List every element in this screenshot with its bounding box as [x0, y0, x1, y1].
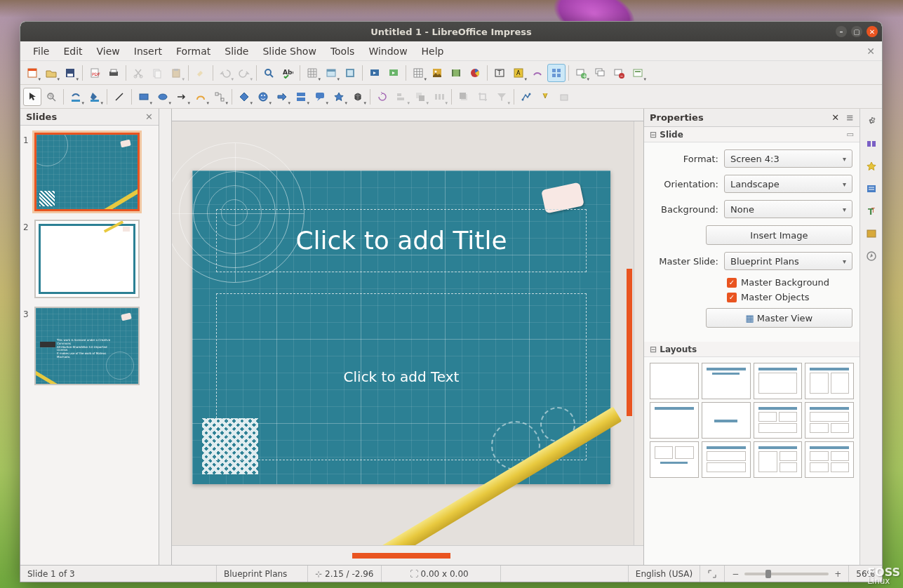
callout-tool[interactable] — [311, 88, 329, 106]
tab-gallery-icon[interactable] — [863, 225, 880, 242]
spellcheck-button[interactable]: Abc — [279, 64, 297, 82]
background-select[interactable]: None — [724, 200, 852, 218]
display-views-button[interactable] — [322, 64, 340, 82]
slide-thumb-3[interactable]: This work is licensed under a Creative C… — [34, 307, 140, 385]
export-pdf-button[interactable]: PDF — [86, 64, 104, 82]
print-button[interactable] — [105, 64, 123, 82]
undo-button[interactable] — [216, 64, 234, 82]
tab-styles-icon[interactable]: TT — [863, 203, 880, 220]
slide-layout-button[interactable] — [629, 64, 647, 82]
line-tool[interactable] — [110, 88, 128, 106]
arrange-tool[interactable] — [411, 88, 429, 106]
connector-tool[interactable] — [210, 88, 229, 106]
tab-master-slides-icon[interactable] — [863, 180, 880, 197]
duplicate-slide-button[interactable] — [591, 64, 609, 82]
open-button[interactable] — [42, 64, 60, 82]
insert-hyperlink-button[interactable] — [547, 64, 566, 82]
insert-chart-button[interactable] — [466, 64, 484, 82]
curve-tool[interactable] — [192, 88, 210, 106]
menu-slide[interactable]: Slide — [218, 43, 255, 60]
align-tool[interactable] — [392, 88, 410, 106]
select-tool[interactable] — [23, 88, 41, 106]
points-tool[interactable] — [517, 88, 535, 106]
close-document-button[interactable]: ✕ — [867, 46, 875, 57]
copy-button[interactable] — [148, 64, 166, 82]
tab-animation-icon[interactable] — [863, 158, 880, 175]
grid-button[interactable] — [303, 64, 321, 82]
slides-panel-close[interactable]: ✕ — [145, 112, 153, 122]
insert-fontwork-button[interactable] — [528, 64, 547, 82]
layout-title-content-2[interactable] — [754, 363, 803, 399]
crop-tool[interactable] — [474, 88, 492, 106]
zoom-in-icon[interactable]: + — [834, 569, 841, 579]
layout-title-content[interactable] — [702, 363, 751, 399]
table-button[interactable] — [409, 64, 427, 82]
ellipse-tool[interactable] — [154, 88, 172, 106]
rectangle-tool[interactable] — [135, 88, 153, 106]
insert-image-button[interactable] — [428, 64, 446, 82]
layout-blank[interactable] — [650, 363, 699, 399]
cut-button[interactable] — [129, 64, 147, 82]
menu-insert[interactable]: Insert — [127, 43, 169, 60]
normal-view-tab[interactable] — [352, 553, 450, 559]
layout-two-content[interactable] — [805, 363, 854, 399]
tab-properties-icon[interactable] — [863, 113, 880, 130]
menu-window[interactable]: Window — [361, 43, 414, 60]
fill-color-button[interactable] — [86, 88, 104, 106]
arrow-tool[interactable] — [173, 88, 191, 106]
line-color-button[interactable] — [67, 88, 85, 106]
properties-close[interactable]: ✕ — [831, 112, 839, 123]
menu-tools[interactable]: Tools — [323, 43, 362, 60]
paste-button[interactable] — [167, 64, 185, 82]
gluepoints-tool[interactable] — [536, 88, 554, 106]
extrusion-tool[interactable] — [555, 88, 573, 106]
zoom-out-icon[interactable]: − — [732, 569, 739, 579]
layout-10[interactable] — [702, 441, 751, 478]
master-background-checkbox[interactable]: ✓ Master Background — [727, 277, 852, 288]
window-maximize-button[interactable]: ▢ — [851, 26, 862, 37]
filter-tool[interactable] — [493, 88, 511, 106]
flowchart-tool[interactable] — [292, 88, 310, 106]
stars-tool[interactable] — [330, 88, 348, 106]
master-slide-button[interactable] — [341, 64, 359, 82]
fit-slide-button[interactable] — [700, 566, 725, 582]
zoom-slider[interactable] — [744, 573, 829, 575]
horizontal-ruler[interactable] — [166, 109, 643, 121]
insert-textbox-button[interactable]: T — [490, 64, 509, 82]
slide-section-more[interactable]: ▭ — [847, 130, 854, 139]
orientation-select[interactable]: Landscape — [724, 175, 852, 193]
new-slide-button[interactable]: + — [572, 64, 590, 82]
delete-slide-button[interactable]: – — [610, 64, 628, 82]
insert-header-footer-button[interactable]: A — [509, 64, 528, 82]
layout-11[interactable] — [754, 441, 803, 478]
status-lang[interactable]: English (USA) — [636, 569, 693, 579]
vertical-ruler[interactable] — [159, 109, 172, 565]
basic-shapes-tool[interactable] — [235, 88, 253, 106]
title-placeholder[interactable]: Click to add Title — [216, 209, 587, 272]
menu-file[interactable]: File — [26, 43, 56, 60]
distribute-tool[interactable] — [430, 88, 448, 106]
menu-help[interactable]: Help — [415, 43, 451, 60]
slide-thumb-1[interactable] — [34, 133, 140, 211]
menu-edit[interactable]: Edit — [56, 43, 89, 60]
block-arrows-tool[interactable] — [273, 88, 291, 106]
tab-navigator-icon[interactable] — [863, 248, 880, 265]
menu-format[interactable]: Format — [169, 43, 218, 60]
insert-image-button-props[interactable]: Insert Image — [706, 225, 852, 245]
start-from-current-button[interactable] — [384, 64, 403, 82]
layout-2x2[interactable] — [754, 402, 803, 439]
master-slide-select[interactable]: Blueprint Plans — [724, 252, 852, 270]
3d-objects-tool[interactable] — [349, 88, 367, 106]
layout-centered[interactable] — [702, 402, 751, 439]
master-view-button[interactable]: ▦Master View — [706, 308, 852, 328]
layout-content-2[interactable] — [805, 402, 854, 439]
redo-button[interactable] — [235, 64, 253, 82]
menu-view[interactable]: View — [90, 43, 127, 60]
sidebar-menu-icon[interactable]: ≡ — [846, 112, 854, 123]
symbol-shapes-tool[interactable] — [254, 88, 272, 106]
window-minimize-button[interactable]: – — [836, 26, 847, 37]
zoom-pan-tool[interactable]: % — [42, 88, 60, 106]
layout-12[interactable] — [805, 441, 854, 478]
start-from-first-button[interactable] — [366, 64, 384, 82]
layout-title-only[interactable] — [650, 402, 699, 439]
